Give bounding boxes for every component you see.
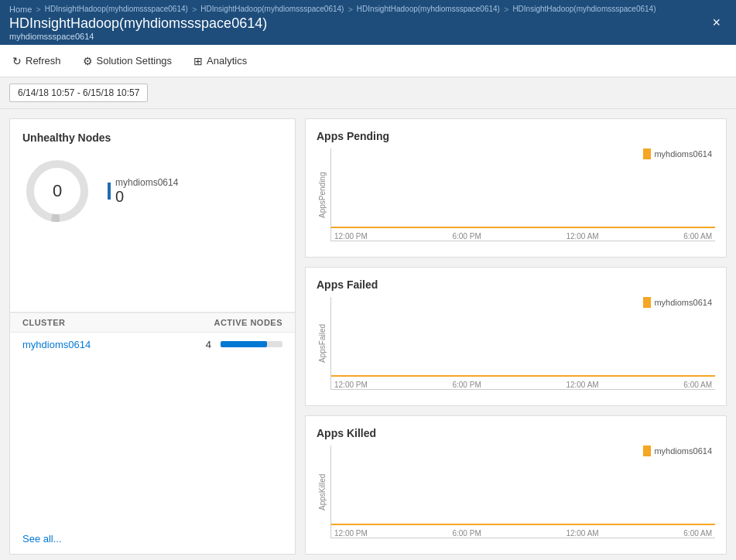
- breadcrumb-item-3[interactable]: HDInsightHadoop(myhdiomssspace0614): [357, 5, 500, 13]
- see-all-link[interactable]: See all...: [10, 524, 295, 554]
- donut-container: 0: [22, 156, 92, 226]
- apps-killed-title: Apps Killed: [317, 427, 715, 439]
- apps-pending-baseline: [331, 227, 715, 228]
- apps-failed-card: Apps Failed AppsFailed myhdioms0614 12:0…: [305, 267, 727, 406]
- title-bar: Home > HDInsightHadoop(myhdiomssspace061…: [0, 0, 736, 45]
- progress-bar-container: 4: [206, 339, 282, 350]
- breadcrumb-sep-1: >: [36, 5, 40, 14]
- apps-failed-baseline: [331, 375, 715, 377]
- apps-failed-y-label: AppsFailed: [317, 297, 327, 390]
- breadcrumb-home[interactable]: Home: [9, 5, 32, 14]
- legend-color-bar: [108, 183, 111, 200]
- apps-pending-title: Apps Pending: [317, 130, 715, 142]
- apps-pending-legend: myhdioms0614: [643, 149, 712, 159]
- analytics-label: Analytics: [207, 55, 247, 67]
- progress-bar-bg: [221, 341, 282, 347]
- solution-settings-label: Solution Settings: [97, 55, 173, 67]
- apps-pending-legend-label: myhdioms0614: [654, 149, 712, 159]
- breadcrumb-sep-4: >: [504, 5, 508, 14]
- x-label-3: 6:00 AM: [683, 381, 712, 389]
- x-label-0: 12:00 PM: [334, 381, 368, 389]
- apps-failed-chart-inner: myhdioms0614 12:00 PM 6:00 PM 12:00 AM 6…: [330, 297, 715, 390]
- solution-settings-button[interactable]: ⚙ Solution Settings: [80, 53, 176, 69]
- apps-killed-legend: myhdioms0614: [643, 446, 712, 456]
- apps-failed-title: Apps Failed: [317, 278, 715, 291]
- apps-pending-chart-inner: myhdioms0614 12:00 PM 6:00 PM 12:00 AM 6…: [330, 149, 715, 241]
- apps-failed-legend-dot: [643, 297, 651, 308]
- breadcrumb-item-4[interactable]: HDInsightHadoop(myhdiomssspace0614): [512, 5, 656, 13]
- col-cluster: CLUSTER: [22, 318, 65, 327]
- progress-bar-fill: [221, 341, 267, 347]
- spacer: [10, 357, 295, 524]
- apps-pending-x-labels: 12:00 PM 6:00 PM 12:00 AM 6:00 AM: [331, 232, 715, 241]
- date-range-bar: 6/14/18 10:57 - 6/15/18 10:57: [0, 77, 736, 109]
- apps-failed-legend: myhdioms0614: [643, 297, 712, 308]
- gear-icon: ⚙: [83, 55, 93, 67]
- apps-killed-card: Apps Killed AppsKilled myhdioms0614 12:0…: [305, 415, 727, 555]
- apps-pending-area: AppsPending myhdioms0614 12:00 PM 6:00 P…: [317, 149, 715, 241]
- left-panel: Unhealthy Nodes 0 myhdioms0614 0: [9, 118, 296, 555]
- breadcrumb-item-1[interactable]: HDInsightHadoop(myhdiomssspace0614): [45, 5, 188, 13]
- apps-pending-legend-dot: [643, 149, 651, 159]
- x-label-2: 12:00 AM: [566, 232, 598, 241]
- donut-center-value: 0: [53, 181, 62, 201]
- apps-killed-chart-inner: myhdioms0614 12:00 PM 6:00 PM 12:00 AM 6…: [330, 446, 715, 538]
- x-label-3: 6:00 AM: [683, 232, 712, 241]
- apps-killed-legend-dot: [643, 446, 651, 456]
- breadcrumb: Home > HDInsightHadoop(myhdiomssspace061…: [9, 5, 656, 14]
- analytics-icon: ⊞: [193, 55, 203, 67]
- page-subtitle: myhdiomssspace0614: [9, 32, 656, 41]
- apps-killed-y-label: AppsKilled: [317, 446, 327, 538]
- legend-info: myhdioms0614 0: [115, 177, 178, 206]
- unhealthy-nodes-title: Unhealthy Nodes: [22, 131, 282, 144]
- x-label-0: 12:00 PM: [334, 232, 368, 241]
- legend-label: myhdioms0614: [115, 177, 178, 188]
- legend-value: 0: [115, 188, 178, 206]
- apps-failed-x-labels: 12:00 PM 6:00 PM 12:00 AM 6:00 AM: [331, 381, 715, 389]
- x-label-1: 6:00 PM: [452, 529, 481, 538]
- legend-block: myhdioms0614 0: [108, 177, 178, 206]
- date-range-pill[interactable]: 6/14/18 10:57 - 6/15/18 10:57: [9, 84, 148, 102]
- apps-killed-x-labels: 12:00 PM 6:00 PM 12:00 AM 6:00 AM: [331, 529, 715, 538]
- apps-killed-area: AppsKilled myhdioms0614 12:00 PM 6:00 PM…: [317, 446, 715, 538]
- cluster-table-header: CLUSTER ACTIVE NODES: [10, 312, 295, 332]
- close-button[interactable]: ×: [706, 12, 727, 32]
- active-nodes-value: 4: [206, 339, 211, 350]
- breadcrumb-sep-3: >: [347, 5, 352, 14]
- donut-row: 0 myhdioms0614 0: [22, 156, 282, 226]
- page-title: HDInsightHadoop(myhdiomssspace0614): [9, 15, 656, 32]
- x-label-2: 12:00 AM: [566, 381, 598, 389]
- table-row: myhdioms0614 4: [10, 332, 295, 357]
- unhealthy-nodes-card: Unhealthy Nodes 0 myhdioms0614 0: [10, 119, 295, 312]
- refresh-label: Refresh: [26, 55, 61, 67]
- apps-failed-legend-label: myhdioms0614: [654, 298, 712, 307]
- breadcrumb-item-2[interactable]: HDInsightHadoop(myhdiomssspace0614): [200, 5, 344, 13]
- main-content: Unhealthy Nodes 0 myhdioms0614 0: [0, 109, 736, 560]
- apps-failed-area: AppsFailed myhdioms0614 12:00 PM 6:00 PM…: [317, 297, 715, 390]
- cluster-table: CLUSTER ACTIVE NODES myhdioms0614 4: [10, 312, 295, 357]
- refresh-button[interactable]: ↻ Refresh: [9, 53, 64, 69]
- cluster-name[interactable]: myhdioms0614: [22, 339, 91, 350]
- apps-killed-baseline: [331, 524, 715, 525]
- apps-pending-y-label: AppsPending: [317, 149, 327, 241]
- col-active-nodes: ACTIVE NODES: [214, 318, 282, 327]
- apps-killed-legend-label: myhdioms0614: [654, 446, 712, 456]
- x-label-3: 6:00 AM: [683, 529, 712, 538]
- analytics-button[interactable]: ⊞ Analytics: [190, 53, 250, 69]
- breadcrumb-sep-2: >: [192, 5, 197, 14]
- legend-item: myhdioms0614 0: [108, 177, 178, 206]
- refresh-icon: ↻: [12, 55, 22, 67]
- x-label-2: 12:00 AM: [566, 529, 598, 538]
- x-label-0: 12:00 PM: [334, 529, 368, 538]
- x-label-1: 6:00 PM: [452, 232, 481, 241]
- x-label-1: 6:00 PM: [452, 381, 481, 389]
- right-panel: Apps Pending AppsPending myhdioms0614 12…: [305, 118, 727, 555]
- title-bar-left: Home > HDInsightHadoop(myhdiomssspace061…: [9, 5, 656, 41]
- apps-pending-card: Apps Pending AppsPending myhdioms0614 12…: [305, 118, 727, 258]
- toolbar: ↻ Refresh ⚙ Solution Settings ⊞ Analytic…: [0, 45, 736, 77]
